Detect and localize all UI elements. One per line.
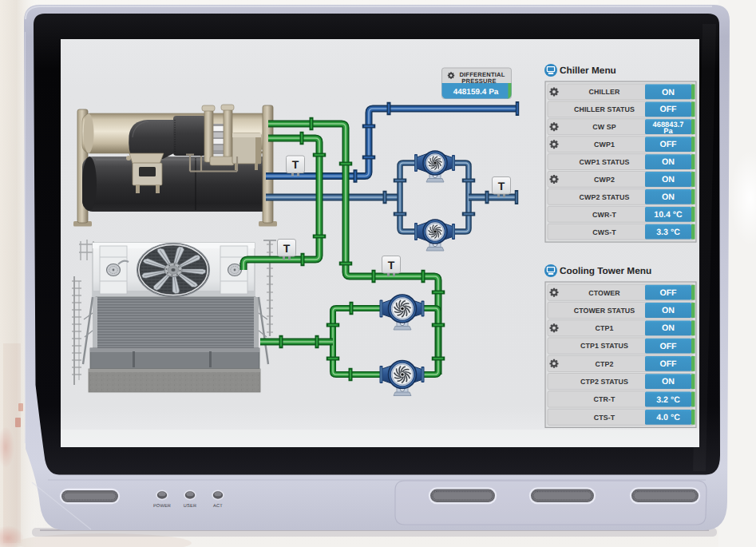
svg-text:T: T — [292, 158, 299, 171]
svg-text:OFF: OFF — [659, 342, 677, 351]
svg-text:448159.4 Pa: 448159.4 Pa — [453, 88, 499, 97]
svg-text:Pa: Pa — [663, 127, 673, 135]
svg-text:CTP1: CTP1 — [596, 324, 614, 332]
svg-text:ON: ON — [662, 88, 675, 97]
svg-text:ON: ON — [662, 323, 675, 333]
svg-text:3.2 °C: 3.2 °C — [656, 395, 680, 405]
svg-text:CTR-T: CTR-T — [594, 395, 615, 403]
svg-text:CWP1 STATUS: CWP1 STATUS — [580, 158, 630, 166]
svg-text:CTOWER: CTOWER — [588, 289, 620, 297]
svg-text:4.0 °C: 4.0 °C — [656, 413, 680, 422]
svg-text:CTOWER STATUS: CTOWER STATUS — [574, 307, 635, 315]
svg-text:CWS-T: CWS-T — [592, 228, 616, 236]
svg-text:Chiller Menu: Chiller Menu — [560, 65, 616, 76]
svg-text:OFF: OFF — [659, 105, 677, 114]
svg-text:Cooling Tower Menu: Cooling Tower Menu — [560, 265, 651, 276]
svg-text:T: T — [283, 242, 291, 255]
svg-text:CWP2 STATUS: CWP2 STATUS — [580, 193, 630, 201]
svg-text:ON: ON — [662, 192, 675, 202]
svg-text:USER: USER — [184, 504, 196, 509]
svg-text:CWP1: CWP1 — [594, 141, 615, 149]
svg-text:ON: ON — [662, 306, 675, 315]
svg-text:CTP2: CTP2 — [596, 360, 614, 368]
svg-text:ON: ON — [662, 377, 675, 386]
svg-text:OFF: OFF — [659, 140, 677, 149]
svg-text:CTP2 STATUS: CTP2 STATUS — [580, 378, 628, 386]
svg-text:3.3 °C: 3.3 °C — [656, 228, 680, 237]
svg-text:T: T — [498, 180, 505, 192]
svg-text:CTS-T: CTS-T — [594, 414, 615, 422]
svg-text:CHILLER: CHILLER — [589, 88, 620, 96]
svg-text:OFF: OFF — [659, 288, 677, 298]
svg-text:T: T — [388, 259, 395, 272]
svg-text:ACT: ACT — [213, 504, 223, 509]
svg-text:CWP2: CWP2 — [594, 176, 615, 184]
svg-text:CWR-T: CWR-T — [592, 211, 616, 219]
svg-text:CHILLER STATUS: CHILLER STATUS — [574, 105, 635, 113]
svg-text:POWER: POWER — [153, 504, 171, 509]
svg-text:PRESSURE: PRESSURE — [461, 77, 496, 85]
svg-text:CTP1 STATUS: CTP1 STATUS — [580, 342, 628, 350]
svg-text:ON: ON — [662, 175, 675, 184]
svg-text:OFF: OFF — [659, 359, 677, 369]
svg-text:ON: ON — [662, 157, 675, 167]
svg-text:10.4 °C: 10.4 °C — [654, 210, 683, 220]
svg-text:CW SP: CW SP — [592, 123, 615, 131]
